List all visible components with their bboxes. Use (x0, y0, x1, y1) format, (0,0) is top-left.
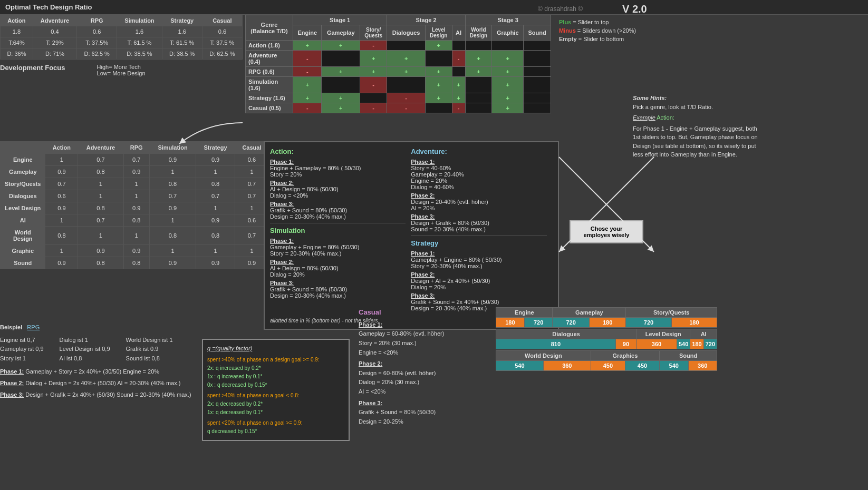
dev-cell: 1 (196, 166, 235, 178)
table-row: Strategy (1.6)++-+++ (246, 93, 551, 103)
dev-cell: 1 (196, 202, 235, 214)
dev-table: Action Adventure RPG Simulation Strategy… (0, 141, 269, 269)
beispiel-header: Beispiel RPG (0, 323, 200, 332)
bar-val-13: 540 (496, 361, 544, 371)
bar-val-17: 540 (660, 361, 688, 371)
ratio-header-rpg: RPG (77, 15, 117, 26)
stage-cell (387, 77, 426, 93)
stage-cell: + (465, 51, 492, 67)
dev-row-label: Level Design (1, 202, 45, 214)
quality-box: q =(quality factor) spent >40% of a phas… (202, 339, 350, 441)
td-d-adventure: D: 71% (33, 48, 76, 60)
stage-cell: + (492, 77, 524, 93)
dev-cell: 1 (78, 190, 123, 202)
adventure-phase2: Phase 2: Design = 20-40% (evtl. höher) A… (411, 192, 546, 211)
ratio-header-adventure: Adventure (33, 15, 76, 26)
dev-cell: 1 (149, 166, 196, 178)
action-phase3: Phase 3: Grafik + Sound = 80% (50/30) De… (270, 201, 406, 220)
stage-cell (492, 41, 524, 51)
td-t-adventure: T: 29% (33, 37, 76, 48)
col-story: Story/Quests (360, 25, 387, 41)
legend-minus: Minus = Sliders down (>20%) (559, 27, 664, 34)
ratio-header-casual: Casual (202, 15, 242, 26)
dev-cell: 0.9 (149, 202, 196, 214)
stage-cell (425, 103, 452, 113)
bar-table-row1: Engine Gameplay Story/Quests 180 720 720… (496, 307, 717, 328)
dev-cell: 0.9 (123, 245, 149, 257)
table-row: Gameplay0.90.80.9111 (1, 166, 269, 178)
ratio-val-casual: 0.6 (202, 26, 242, 37)
dev-cell: 0.9 (149, 154, 196, 166)
stage-cell (452, 41, 465, 51)
col-dialogues: Dialogues (387, 25, 426, 41)
td-d-rpg: D: 62.5 % (77, 48, 117, 60)
casual-phase2: Phase 2: Design = 60-80% (evtl. höher) D… (359, 359, 506, 396)
beispiel-col2: Dialog ist 1 Level Design ist 0,9 AI ist… (60, 336, 110, 364)
bar-val-1: 180 (496, 318, 525, 328)
simulation-phase3: Phase 3: Grafik + Sound = 80% (50/30) De… (270, 280, 406, 299)
hints-example: Example Action: (633, 113, 759, 122)
bar-val-18: 360 (688, 361, 717, 371)
genre-cell: RPG (0.6) (246, 67, 293, 77)
table-row: Simulation (1.6)+-+++ (246, 77, 551, 93)
stage-cell (322, 51, 360, 67)
stage-cell: + (293, 93, 322, 103)
dev-cell: 1 (123, 190, 149, 202)
stage-cell: + (322, 103, 360, 113)
dev-row-label: World Design (1, 227, 45, 245)
stage-cell: + (452, 93, 465, 103)
bar-dialogues-header: Dialogues (496, 329, 636, 339)
dev-cell: 1 (78, 178, 123, 190)
dev-col-simulation: Simulation (149, 142, 196, 154)
simulation-title: Simulation (270, 227, 406, 234)
table-row: Sound0.90.80.80.90.90.9 (1, 257, 269, 269)
dev-row-label: Engine (1, 154, 45, 166)
table-row: D: 36% D: 71% D: 62.5 % D: 38.5 % D: 38.… (1, 48, 243, 60)
table-row: Adventure (0.4)-++-++ (246, 51, 551, 67)
casual-phase3: Phase 3: Grafik + Sound = 80% (50/30) De… (359, 399, 506, 427)
stage-cell: + (387, 67, 426, 77)
stage-cell: + (492, 67, 524, 77)
stage-cell (387, 41, 426, 51)
dev-cell: 0.7 (196, 190, 235, 202)
dev-cell: 0.9 (123, 202, 149, 214)
stage-cell: - (452, 103, 465, 113)
table-row: World Design0.8110.80.80.7 (1, 227, 269, 245)
dev-cell: 1 (149, 214, 196, 227)
col-sound: Sound (524, 25, 551, 41)
adventure-phase1: Phase 1: Story = 40-60% Gameplay = 20-40… (411, 159, 546, 190)
copyright: © drasahdrah © (538, 5, 583, 13)
td-t-rpg: T: 37.5% (77, 37, 117, 48)
dev-row-label: Gameplay (1, 166, 45, 178)
stage-cell: + (293, 41, 322, 51)
bar-engine-header: Engine (496, 308, 553, 318)
legend-plus: Plus = Slider to top (559, 19, 664, 25)
stage-cell (524, 41, 551, 51)
stage-cell: - (293, 67, 322, 77)
rpg-link[interactable]: RPG (27, 324, 40, 330)
dev-cell: 0.8 (78, 202, 123, 214)
beispiel-col1: Engine ist 0,7 Gameplay ist 0,9 Story is… (0, 336, 44, 364)
ratio-val-action: 1.8 (1, 26, 33, 37)
dev-col-adventure: Adventure (78, 142, 123, 154)
action-phases: Action: Phase 1: Engine + Gameplay = 80%… (270, 148, 406, 313)
td-d-action: D: 36% (1, 48, 33, 60)
bar-table-row2: Dialogues Level Design AI 810 90 360 540… (496, 329, 717, 349)
dev-cell: 0.7 (78, 154, 123, 166)
adventure-title: Adventure: (411, 148, 546, 155)
bar-val-11: 180 (690, 339, 703, 349)
col-engine: Engine (293, 25, 322, 41)
dev-cell: 0.9 (78, 245, 123, 257)
hints-detail: For Phase 1 - Engine + Gameplay suggest,… (633, 124, 759, 159)
table-row: T:64% T: 29% T: 37.5% T: 61.5 % T: 61.5 … (1, 37, 243, 48)
dev-col-blank (1, 142, 45, 154)
dev-row-label: Graphic (1, 245, 45, 257)
stage-cell: + (492, 103, 524, 113)
dev-row-label: AI (1, 214, 45, 227)
dev-cell: 0.9 (45, 166, 78, 178)
dev-cell: 1 (45, 214, 78, 227)
beispiel-col3: World Design ist 1 Grafik ist 0.9 Sound … (126, 336, 173, 364)
legend-section: Plus = Slider to top Minus = Sliders dow… (559, 19, 664, 42)
stage-cell: + (492, 51, 524, 67)
beispiel-phases: Phase 1: Gameplay + Story = 2x 40%+ (30/… (0, 367, 200, 399)
